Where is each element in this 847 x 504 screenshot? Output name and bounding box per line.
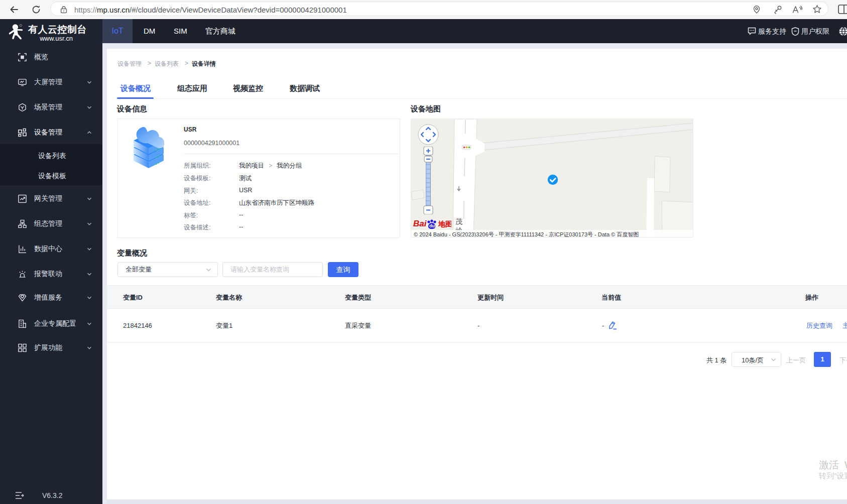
svg-text:茂: 茂 [455,217,462,225]
svg-text:du: du [429,223,435,228]
svg-text:Bai: Bai [413,219,427,228]
svg-text:地图: 地图 [438,220,451,228]
